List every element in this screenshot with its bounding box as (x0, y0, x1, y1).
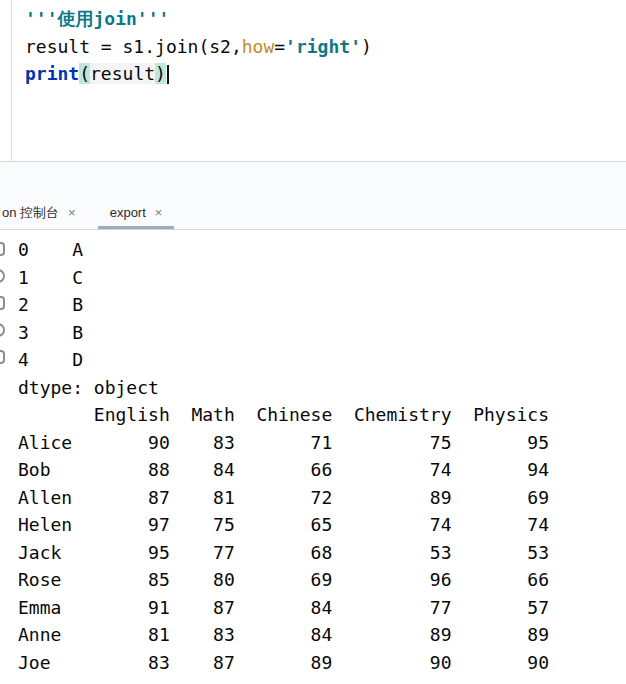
cropped-toolbar-icon-1[interactable] (0, 242, 5, 256)
tab-export[interactable]: export× (98, 196, 175, 229)
console-output[interactable]: 0 A 1 C 2 B 3 B 4 D dtype: object Englis… (0, 230, 626, 676)
code-editor[interactable]: '''使用join'''result = s1.join(s2,how='rig… (0, 0, 626, 162)
tab-label: export (110, 205, 146, 220)
code-token: ) (361, 36, 372, 57)
code-token: ) (155, 63, 166, 84)
cropped-toolbar-icon-3[interactable] (0, 296, 5, 310)
cropped-toolbar-icon-2[interactable] (0, 269, 5, 283)
tab-label: on 控制台 (2, 204, 59, 222)
tool-tabs: on 控制台×export× (0, 196, 174, 229)
cropped-toolbar-icon-5[interactable] (0, 350, 5, 364)
code-line[interactable]: print(result) (25, 60, 626, 88)
code-line[interactable]: result = s1.join(s2,how='right') (25, 33, 626, 61)
code-token: print (25, 63, 79, 84)
code-token: result = s1.join(s2, (25, 36, 242, 57)
tab-on-控制台[interactable]: on 控制台× (0, 196, 88, 229)
gutter-divider (11, 0, 12, 161)
code-line[interactable]: '''使用join''' (25, 5, 626, 33)
console-toolbar (0, 242, 9, 364)
code-token: '''使用join''' (25, 8, 169, 29)
tab-close-icon[interactable]: × (68, 205, 76, 220)
cropped-toolbar-icon-4[interactable] (0, 323, 5, 337)
console-panel[interactable]: 0 A 1 C 2 B 3 B 4 D dtype: object Englis… (0, 230, 626, 684)
code-token: ( (79, 63, 90, 84)
code-token: = (274, 36, 285, 57)
code-token: how (242, 36, 275, 57)
text-cursor (167, 65, 169, 84)
tab-close-icon[interactable]: × (155, 205, 163, 220)
tool-window-header: on 控制台×export× (0, 162, 626, 230)
code-token: result (90, 63, 155, 84)
code-token: 'right' (285, 36, 361, 57)
editor-lines: '''使用join'''result = s1.join(s2,how='rig… (25, 5, 626, 88)
